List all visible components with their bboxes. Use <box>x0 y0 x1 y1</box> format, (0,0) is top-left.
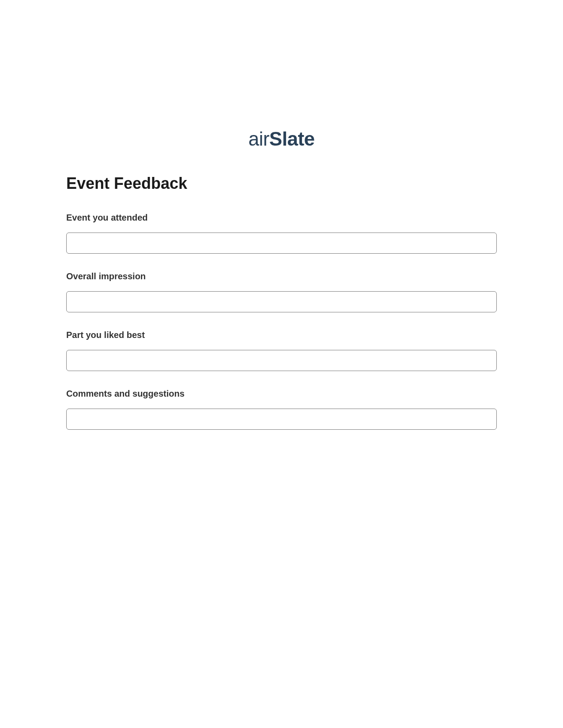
input-event-attended[interactable] <box>66 233 497 254</box>
logo-part-air: air <box>248 128 269 150</box>
form-title: Event Feedback <box>66 174 497 193</box>
label-liked-best: Part you liked best <box>66 330 497 340</box>
label-event-attended: Event you attended <box>66 213 497 223</box>
form-group-liked: Part you liked best <box>66 330 497 371</box>
form-container: airSlate Event Feedback Event you attend… <box>0 0 563 430</box>
label-overall-impression: Overall impression <box>66 271 497 281</box>
logo-part-slate: Slate <box>269 128 315 150</box>
input-liked-best[interactable] <box>66 350 497 371</box>
label-comments: Comments and suggestions <box>66 389 497 399</box>
input-comments[interactable] <box>66 409 497 430</box>
logo-text: airSlate <box>248 128 314 150</box>
form-group-event: Event you attended <box>66 213 497 254</box>
logo: airSlate <box>66 128 497 150</box>
input-overall-impression[interactable] <box>66 291 497 312</box>
form-group-comments: Comments and suggestions <box>66 389 497 430</box>
form-group-impression: Overall impression <box>66 271 497 312</box>
